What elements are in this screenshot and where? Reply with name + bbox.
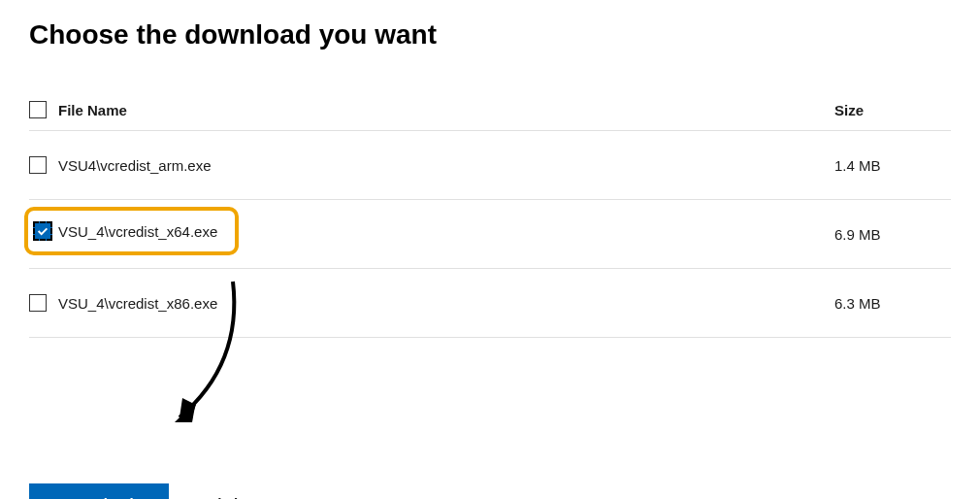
page-title: Choose the download you want xyxy=(29,19,951,50)
size-cell: 6.3 MB xyxy=(834,295,951,312)
footer: Download Total size: 6.9 MB xyxy=(29,483,951,499)
download-table: File Name Size VSU4\vcredist_arm.exe 1.4… xyxy=(29,89,951,338)
table-header-row: File Name Size xyxy=(29,89,951,131)
row-checkbox[interactable] xyxy=(29,156,47,174)
total-size-label: Total size: 6.9 MB xyxy=(188,495,310,499)
svg-marker-0 xyxy=(175,401,196,422)
table-row: VSU4\vcredist_arm.exe 1.4 MB xyxy=(29,131,951,200)
table-row: VSU_4\vcredist_x64.exe VSU_4\vcredist_x6… xyxy=(29,200,951,269)
size-cell: 6.9 MB xyxy=(834,226,951,243)
select-all-checkbox[interactable] xyxy=(29,101,47,118)
filename-cell: VSU4\vcredist_arm.exe xyxy=(58,157,834,174)
table-row: VSU_4\vcredist_x86.exe 6.3 MB xyxy=(29,269,951,338)
download-button[interactable]: Download xyxy=(29,483,169,499)
size-header: Size xyxy=(834,102,951,118)
filename-header: File Name xyxy=(58,102,834,118)
row-checkbox[interactable] xyxy=(29,294,47,312)
filename-cell: VSU_4\vcredist_x86.exe xyxy=(58,295,834,312)
size-cell: 1.4 MB xyxy=(834,157,951,174)
